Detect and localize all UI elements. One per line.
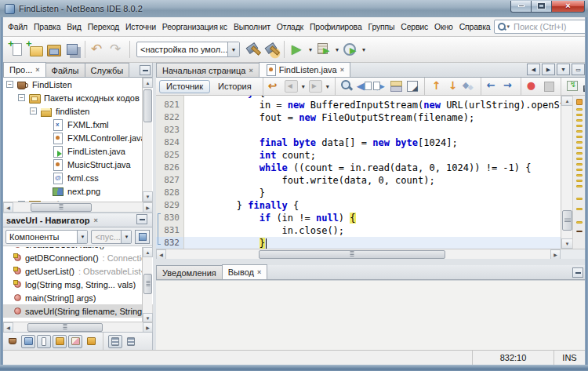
navigator-hscrollbar[interactable]: ◀ ▶ — [3, 322, 153, 332]
tree-item-0[interactable]: −FindListen — [3, 78, 153, 91]
navigator-member-list[interactable]: createDbUserTable()getDBConnection() : C… — [3, 247, 153, 323]
close-icon[interactable]: × — [257, 268, 261, 276]
record-macro-icon[interactable] — [524, 78, 541, 94]
code-line-827[interactable]: 827 fout.write(data, 0, count); — [156, 174, 561, 187]
projects-tab-1[interactable]: Файлы — [45, 63, 85, 77]
combo-dropdown-icon[interactable]: ▼ — [227, 42, 239, 56]
menu-item-10[interactable]: Сервис — [397, 20, 431, 34]
navigator-item-5[interactable]: saveUrl(String filename, String u — [3, 304, 153, 318]
tree-item-3[interactable]: FXML.fxml — [3, 118, 153, 131]
profile-project-icon-dropdown[interactable]: ▾ — [360, 46, 368, 53]
next-bookmark-icon[interactable] — [445, 78, 461, 94]
horizontal-splitter[interactable] — [156, 259, 585, 265]
next-occurrence-icon[interactable] — [372, 78, 388, 94]
warning-mark[interactable] — [576, 221, 583, 224]
warning-mark[interactable] — [576, 152, 583, 155]
tree-item-5[interactable]: FindListen.java — [3, 144, 153, 158]
projects-hscrollbar[interactable]: ◀ ▶ — [3, 202, 153, 212]
filter-members-icon[interactable] — [84, 335, 98, 348]
projects-tab-0[interactable]: Про...× — [3, 62, 46, 77]
menu-item-12[interactable]: Справка — [456, 20, 494, 34]
scroll-tabs-left-icon[interactable]: ◀ — [527, 64, 540, 75]
tree-item-8[interactable]: next.png — [3, 184, 153, 198]
last-edit-icon[interactable] — [267, 78, 283, 94]
warning-mark[interactable] — [576, 130, 583, 133]
navigator-item-1[interactable]: getDBConnection() : Connection — [3, 251, 153, 264]
code-line-831[interactable]: 831 in.close(); — [156, 224, 561, 237]
warning-mark[interactable] — [576, 125, 583, 127]
show-static-icon[interactable] — [53, 335, 67, 348]
code-line-824[interactable]: 824 final byte data[] = new byte[1024]; — [156, 136, 561, 149]
search-input[interactable] — [512, 21, 588, 32]
menu-item-3[interactable]: Переход — [85, 20, 122, 34]
warning-mark[interactable] — [576, 163, 583, 165]
scroll-tabs-right-icon[interactable]: ▶ — [542, 64, 555, 75]
close-icon[interactable]: × — [249, 67, 252, 75]
menu-item-11[interactable]: Окно — [431, 20, 456, 34]
navigator-view-combo[interactable]: Компоненты▼ — [5, 230, 88, 244]
navigator-item-2[interactable]: getUserList() : ObservableList< — [3, 264, 153, 278]
new-file-icon[interactable] — [6, 40, 25, 59]
sort-alpha-icon[interactable] — [124, 335, 138, 348]
build-project-icon[interactable] — [243, 40, 262, 59]
run-config-combo[interactable]: <настройка по умол...▼ — [136, 42, 240, 57]
save-all-icon[interactable] — [63, 40, 82, 59]
code-line-825[interactable]: 825 int count; — [156, 149, 561, 162]
code-line-829[interactable]: 829 } finally { — [156, 199, 561, 212]
close-button[interactable]: × — [552, 1, 585, 13]
navigator-vscrollbar[interactable]: ▲ ▼ — [142, 247, 152, 323]
warning-mark[interactable] — [576, 108, 583, 111]
code-line-830[interactable]: 830 if (in != null) { — [156, 212, 561, 224]
projects-tree[interactable]: −FindListen−Пакеты исходных кодов−findli… — [3, 78, 153, 202]
tree-item-4[interactable]: FXMLController.java — [3, 131, 153, 144]
code-line-822[interactable]: 822 fout = new FileOutputStream(filename… — [156, 111, 561, 124]
editor-tab-0[interactable]: Начальная страница× — [156, 63, 260, 77]
warning-mark[interactable] — [576, 208, 583, 210]
code-line-832[interactable]: 832 } — [156, 237, 561, 249]
debug-project-icon-dropdown[interactable]: ▾ — [333, 46, 341, 53]
code-line-828[interactable]: 828 } — [156, 187, 561, 199]
close-icon[interactable]: × — [94, 216, 98, 224]
show-fields-icon[interactable] — [21, 335, 35, 348]
menu-item-9[interactable]: Группы — [365, 20, 398, 34]
menu-item-6[interactable]: Выполнит — [230, 20, 274, 34]
warning-mark[interactable] — [576, 141, 583, 144]
menu-item-1[interactable]: Правка — [31, 20, 64, 34]
tree-item-7[interactable]: fxml.css — [3, 171, 153, 184]
error-stripe[interactable] — [572, 96, 585, 249]
code-editor[interactable]: 820 try {821 in = new BufferedInputStrea… — [156, 96, 585, 249]
maximize-editor-icon[interactable]: ▭ — [572, 64, 585, 75]
navigator-header[interactable]: saveUrl - Навигатор × — [3, 213, 152, 227]
warning-mark[interactable] — [576, 185, 583, 187]
quick-search-box[interactable]: ▾ — [494, 20, 588, 34]
prev-usage-icon[interactable] — [485, 78, 501, 94]
redo-icon[interactable] — [107, 40, 126, 59]
toggle-highlight-icon[interactable] — [388, 78, 405, 94]
menu-item-4[interactable]: Источни — [122, 20, 159, 34]
find-selection-icon[interactable] — [339, 78, 355, 94]
minimize-panel-icon[interactable] — [572, 267, 583, 278]
navigator-item-3[interactable]: log(String msg, String... vals) — [3, 278, 153, 291]
navigator-sort-button[interactable] — [135, 230, 150, 244]
run-project-icon-dropdown[interactable]: ▾ — [307, 46, 314, 53]
warning-mark[interactable] — [576, 158, 583, 160]
new-project-icon[interactable] — [25, 40, 44, 59]
close-icon[interactable]: × — [35, 66, 39, 74]
next-usage-icon[interactable] — [501, 78, 517, 94]
editor-vscrollbar[interactable]: ▲ ▼ — [561, 96, 572, 249]
menu-item-0[interactable]: Файл — [5, 20, 31, 34]
code-line-826[interactable]: 826 while ((count = in.read(data, 0, 102… — [156, 162, 561, 174]
tree-item-6[interactable]: MusicStruct.java — [3, 158, 153, 171]
code-line-823[interactable]: 823 — [156, 124, 561, 136]
warning-mark[interactable] — [576, 198, 583, 200]
stop-macro-icon[interactable] — [541, 78, 557, 94]
clean-build-icon[interactable] — [262, 40, 281, 59]
tree-expander-icon[interactable]: − — [18, 94, 25, 101]
tab-list-dropdown-icon[interactable]: ▼ — [557, 64, 570, 75]
toggle-bookmark-icon[interactable] — [461, 78, 477, 94]
run-project-icon[interactable] — [288, 40, 307, 59]
minimize-panel-icon[interactable] — [136, 214, 147, 224]
comment-icon[interactable] — [564, 78, 581, 94]
history-view-button[interactable]: История — [212, 80, 258, 93]
tree-item-1[interactable]: −Пакеты исходных кодов — [3, 91, 153, 104]
